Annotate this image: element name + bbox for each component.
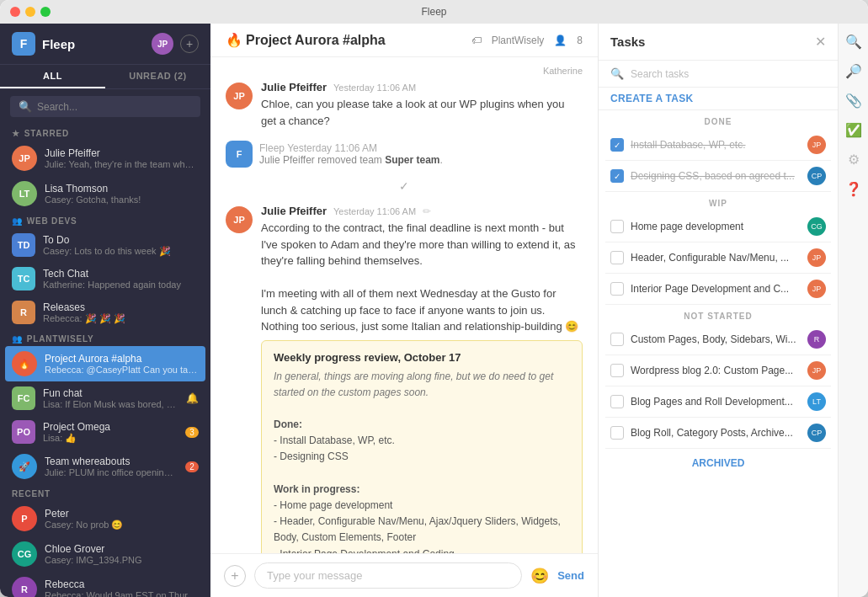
search-icon: 🔍 — [610, 67, 624, 80]
avatar: LT — [12, 181, 37, 206]
sidebar-item-project-aurora[interactable]: 🔥 Project Aurora #alpha Rebecca: @CaseyP… — [5, 346, 205, 381]
search-icon[interactable]: 🔍 — [845, 34, 862, 50]
task-item: Blog Roll, Category Posts, Archive... CP — [605, 418, 831, 449]
task-text: Custom Pages, Body, Sidebars, Wi... — [631, 333, 801, 345]
task-checkbox[interactable] — [610, 333, 624, 346]
avatar: R — [12, 577, 37, 597]
pinned-body: In general, things are moving along fine… — [274, 369, 570, 554]
avatar: PO — [12, 420, 35, 444]
sidebar-tabs: ALL UNREAD (2) — [0, 65, 210, 89]
tasks-search[interactable]: 🔍 — [599, 61, 838, 88]
avatar: P — [12, 506, 37, 531]
tab-all[interactable]: ALL — [0, 65, 105, 88]
window-title: Fleep — [421, 6, 446, 18]
brand: F Fleep — [12, 32, 75, 56]
add-conversation-button[interactable]: + — [180, 35, 199, 53]
avatar: 🔥 — [12, 351, 37, 376]
task-assignee: CG — [807, 217, 826, 236]
sidebar-list: ★ STARRED JP Julie Pfeiffer Julie: Yeah,… — [0, 124, 210, 597]
minimize-button[interactable] — [25, 7, 35, 17]
emoji-button[interactable]: 😊 — [530, 567, 549, 585]
task-text: Wordpress blog 2.0: Custom Page... — [631, 365, 801, 376]
avatar: JP — [226, 206, 253, 233]
maximize-button[interactable] — [40, 7, 51, 17]
create-task-button[interactable]: CREATE A TASK — [599, 88, 838, 110]
sidebar-item-peter[interactable]: P Peter Casey: No prob 😊 — [0, 501, 210, 536]
sidebar-item-tech-chat[interactable]: TC Tech Chat Katherine: Happened again t… — [0, 262, 210, 296]
message-text: According to the contract, the final dea… — [261, 220, 583, 335]
task-checkbox[interactable]: ✓ — [610, 169, 624, 183]
task-checkbox[interactable] — [610, 220, 624, 233]
sidebar-item-team-whereabouts[interactable]: 🚀 Team whereabouts Julie: PLUM inc offic… — [0, 449, 210, 484]
task-text: Header, Configurable Nav/Menu, ... — [631, 252, 801, 264]
avatar: TC — [12, 267, 35, 291]
check-icon: ✓ — [399, 179, 409, 193]
task-text: Home page development — [631, 221, 801, 232]
task-item: ✓ Designing CSS, based on agreed t... CP — [605, 161, 831, 192]
task-checkbox[interactable] — [610, 251, 624, 264]
avatar: CG — [12, 541, 37, 567]
sidebar-item-todo[interactable]: TD To Do Casey: Lots to do this week 🎉 — [0, 228, 210, 262]
message-group: JP Julie Pfeiffer Yesterday 11:06 AM ✏ A… — [226, 205, 583, 553]
task-assignee: LT — [807, 392, 826, 411]
pinned-title: Weekly progress review, October 17 — [274, 351, 570, 364]
task-text: Install Database, WP, etc. — [631, 139, 801, 151]
sidebar-item-lisa-thomson[interactable]: LT Lisa Thomson Casey: Gotcha, thanks! — [0, 176, 210, 211]
archived-button[interactable]: ARCHIVED — [605, 449, 831, 477]
sidebar-item-fun-chat[interactable]: FC Fun chat Lisa: If Elon Musk was bored… — [0, 381, 210, 415]
sidebar-item-chloe-grover[interactable]: CG Chloe Grover Casey: IMG_1394.PNG — [0, 536, 210, 572]
task-assignee: CP — [807, 167, 826, 185]
message-text: Chloe, can you please take a look at our… — [261, 96, 583, 129]
search-icon: 🔍 — [19, 100, 32, 113]
search-box[interactable]: 🔍 — [10, 96, 200, 117]
mute-icon: 🔔 — [186, 392, 199, 404]
chat-input-area: + 😊 Send — [210, 553, 598, 597]
sidebar-item-releases[interactable]: R Releases Rebecca: 🎉 🎉 🎉 — [0, 296, 210, 329]
task-item: Wordpress blog 2.0: Custom Page... JP — [605, 355, 831, 386]
task-item: Custom Pages, Body, Sidebars, Wi... R — [605, 324, 831, 355]
search-input[interactable] — [37, 101, 192, 113]
task-assignee: CP — [807, 424, 826, 442]
avatar: FC — [12, 386, 35, 410]
tasks-close-button[interactable]: ✕ — [815, 34, 826, 50]
task-text: Blog Roll, Category Posts, Archive... — [631, 427, 801, 439]
members-icon: 👤 — [554, 35, 567, 46]
tasks-search-input[interactable] — [631, 68, 826, 80]
close-button[interactable] — [10, 7, 20, 17]
task-text: Interior Page Development and C... — [631, 283, 801, 295]
tasks-header: Tasks ✕ — [599, 24, 838, 61]
sidebar-item-julie-pfeiffer[interactable]: JP Julie Pfeiffer Julie: Yeah, they're i… — [0, 141, 210, 176]
attach-button[interactable]: + — [224, 565, 246, 587]
sidebar-search-area: 🔍 — [0, 89, 210, 124]
task-checkbox[interactable] — [610, 395, 624, 408]
message-body: Julie Pfeiffer Yesterday 11:06 AM Chloe,… — [261, 81, 583, 129]
task-list: DONE ✓ Install Database, WP, etc. JP ✓ D… — [599, 110, 838, 597]
section-recent: RECENT — [0, 484, 210, 501]
task-checkbox[interactable] — [610, 364, 624, 377]
message-time: Yesterday 11:06 AM — [333, 83, 416, 93]
task-checkbox[interactable] — [610, 426, 624, 440]
search2-icon[interactable]: 🔎 — [845, 63, 862, 79]
help-icon[interactable]: ❓ — [845, 181, 862, 197]
unread-badge: 3 — [185, 427, 199, 438]
edit-icon[interactable]: ✏ — [423, 205, 431, 217]
brand-name: Fleep — [42, 37, 75, 51]
section-plantwisely: 👥 PLANTWISELY — [0, 329, 210, 346]
sidebar-item-project-omega[interactable]: PO Project Omega Lisa: 👍 3 — [0, 415, 210, 449]
tab-unread[interactable]: UNREAD (2) — [105, 65, 210, 88]
send-button[interactable]: Send — [557, 569, 584, 582]
task-assignee: JP — [807, 280, 826, 298]
group-icon: 👥 — [12, 334, 23, 344]
workspace-name: PlantWisely — [492, 35, 545, 46]
gear-icon[interactable]: ⚙ — [848, 152, 860, 168]
member-count: 8 — [577, 35, 583, 46]
message-input[interactable] — [254, 562, 522, 589]
pin-icon[interactable]: 📎 — [845, 93, 862, 109]
task-checkbox[interactable] — [610, 282, 624, 296]
check-circle-icon[interactable]: ✅ — [845, 122, 862, 138]
task-checkbox[interactable]: ✓ — [610, 138, 624, 152]
viewer-katherine: Katherine — [226, 66, 583, 76]
user-avatar[interactable]: JP — [152, 33, 173, 55]
group-icon: 👥 — [12, 216, 23, 226]
sidebar-item-rebecca[interactable]: R Rebecca Rebecca: Would 9am EST on Thur… — [0, 572, 210, 597]
